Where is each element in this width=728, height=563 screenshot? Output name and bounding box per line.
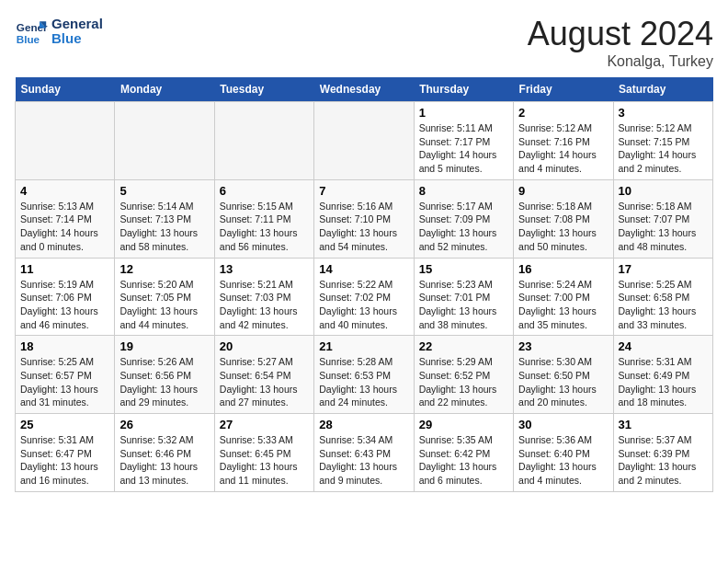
calendar-cell [314, 102, 414, 180]
header-wednesday: Wednesday [314, 77, 414, 102]
calendar-cell: 26Sunrise: 5:32 AMSunset: 6:46 PMDayligh… [115, 414, 214, 492]
calendar-week-2: 4Sunrise: 5:13 AMSunset: 7:14 PMDaylight… [16, 179, 713, 258]
calendar-cell: 18Sunrise: 5:25 AMSunset: 6:57 PMDayligh… [16, 336, 115, 414]
day-number: 1 [419, 106, 508, 120]
calendar-header-row: SundayMondayTuesdayWednesdayThursdayFrid… [16, 77, 713, 102]
day-number: 24 [619, 339, 708, 353]
day-number: 8 [419, 184, 508, 198]
day-info: Sunrise: 5:12 AMSunset: 7:15 PMDaylight:… [619, 121, 708, 176]
day-info: Sunrise: 5:16 AMSunset: 7:10 PMDaylight:… [319, 200, 408, 254]
logo-icon: General Blue [15, 15, 48, 48]
location: Konalga, Turkey [528, 53, 713, 70]
day-info: Sunrise: 5:24 AMSunset: 7:00 PMDaylight:… [518, 278, 608, 332]
day-number: 4 [20, 184, 109, 198]
calendar-week-3: 11Sunrise: 5:19 AMSunset: 7:06 PMDayligh… [16, 258, 713, 336]
day-info: Sunrise: 5:13 AMSunset: 7:14 PMDaylight:… [20, 200, 109, 254]
day-info: Sunrise: 5:21 AMSunset: 7:03 PMDaylight:… [220, 278, 309, 332]
day-number: 14 [319, 262, 408, 276]
day-info: Sunrise: 5:11 AMSunset: 7:17 PMDaylight:… [419, 121, 508, 176]
calendar-week-1: 1Sunrise: 5:11 AMSunset: 7:17 PMDaylight… [16, 102, 713, 180]
day-number: 23 [518, 339, 608, 353]
calendar-cell [115, 102, 214, 180]
calendar-cell: 21Sunrise: 5:28 AMSunset: 6:53 PMDayligh… [314, 336, 414, 414]
day-info: Sunrise: 5:18 AMSunset: 7:08 PMDaylight:… [518, 200, 608, 254]
header-saturday: Saturday [613, 77, 712, 102]
page-header: General Blue General Blue August 2024 Ko… [15, 15, 713, 70]
day-number: 28 [319, 418, 408, 431]
day-info: Sunrise: 5:18 AMSunset: 7:07 PMDaylight:… [619, 200, 708, 254]
calendar-cell: 1Sunrise: 5:11 AMSunset: 7:17 PMDaylight… [414, 102, 513, 180]
calendar-cell: 22Sunrise: 5:29 AMSunset: 6:52 PMDayligh… [414, 336, 513, 414]
day-info: Sunrise: 5:30 AMSunset: 6:50 PMDaylight:… [518, 355, 608, 409]
calendar-cell: 2Sunrise: 5:12 AMSunset: 7:16 PMDaylight… [514, 102, 613, 180]
logo-blue-text: Blue [51, 31, 103, 47]
calendar-cell: 28Sunrise: 5:34 AMSunset: 6:43 PMDayligh… [314, 414, 414, 492]
day-number: 10 [619, 184, 708, 198]
day-number: 2 [518, 106, 608, 120]
calendar-cell [214, 102, 313, 180]
day-number: 12 [119, 262, 209, 276]
day-number: 26 [119, 418, 209, 431]
calendar-cell: 7Sunrise: 5:16 AMSunset: 7:10 PMDaylight… [314, 179, 414, 258]
day-info: Sunrise: 5:27 AMSunset: 6:54 PMDaylight:… [220, 355, 309, 409]
calendar-cell: 11Sunrise: 5:19 AMSunset: 7:06 PMDayligh… [16, 258, 115, 336]
day-info: Sunrise: 5:23 AMSunset: 7:01 PMDaylight:… [419, 278, 508, 332]
day-number: 27 [220, 418, 309, 431]
day-info: Sunrise: 5:34 AMSunset: 6:43 PMDaylight:… [319, 433, 408, 488]
day-info: Sunrise: 5:20 AMSunset: 7:05 PMDaylight:… [119, 278, 209, 332]
day-number: 17 [619, 262, 708, 276]
day-number: 20 [220, 339, 309, 353]
day-info: Sunrise: 5:32 AMSunset: 6:46 PMDaylight:… [119, 433, 209, 488]
calendar-cell: 30Sunrise: 5:36 AMSunset: 6:40 PMDayligh… [514, 414, 613, 492]
day-number: 9 [518, 184, 608, 198]
calendar-cell: 29Sunrise: 5:35 AMSunset: 6:42 PMDayligh… [414, 414, 513, 492]
day-number: 31 [619, 418, 708, 431]
calendar-cell: 20Sunrise: 5:27 AMSunset: 6:54 PMDayligh… [214, 336, 313, 414]
header-monday: Monday [115, 77, 214, 102]
day-number: 5 [119, 184, 209, 198]
day-number: 21 [319, 339, 408, 353]
day-info: Sunrise: 5:25 AMSunset: 6:58 PMDaylight:… [619, 278, 708, 332]
header-thursday: Thursday [414, 77, 513, 102]
day-number: 15 [419, 262, 508, 276]
logo: General Blue General Blue [15, 15, 103, 48]
calendar-cell: 13Sunrise: 5:21 AMSunset: 7:03 PMDayligh… [214, 258, 313, 336]
day-info: Sunrise: 5:19 AMSunset: 7:06 PMDaylight:… [20, 278, 109, 332]
day-number: 25 [20, 418, 109, 431]
calendar-cell: 15Sunrise: 5:23 AMSunset: 7:01 PMDayligh… [414, 258, 513, 336]
calendar-cell: 3Sunrise: 5:12 AMSunset: 7:15 PMDaylight… [613, 102, 712, 180]
month-title: August 2024 [528, 15, 713, 53]
calendar-week-4: 18Sunrise: 5:25 AMSunset: 6:57 PMDayligh… [16, 336, 713, 414]
day-info: Sunrise: 5:36 AMSunset: 6:40 PMDaylight:… [518, 433, 608, 488]
day-info: Sunrise: 5:31 AMSunset: 6:47 PMDaylight:… [20, 433, 109, 488]
day-number: 29 [419, 418, 508, 431]
calendar-cell: 27Sunrise: 5:33 AMSunset: 6:45 PMDayligh… [214, 414, 313, 492]
day-info: Sunrise: 5:14 AMSunset: 7:13 PMDaylight:… [119, 200, 209, 254]
calendar-cell: 10Sunrise: 5:18 AMSunset: 7:07 PMDayligh… [613, 179, 712, 258]
calendar-table: SundayMondayTuesdayWednesdayThursdayFrid… [15, 77, 713, 492]
calendar-cell: 16Sunrise: 5:24 AMSunset: 7:00 PMDayligh… [514, 258, 613, 336]
day-info: Sunrise: 5:29 AMSunset: 6:52 PMDaylight:… [419, 355, 508, 409]
day-info: Sunrise: 5:26 AMSunset: 6:56 PMDaylight:… [119, 355, 209, 409]
calendar-cell: 31Sunrise: 5:37 AMSunset: 6:39 PMDayligh… [613, 414, 712, 492]
day-number: 22 [419, 339, 508, 353]
calendar-week-5: 25Sunrise: 5:31 AMSunset: 6:47 PMDayligh… [16, 414, 713, 492]
header-friday: Friday [514, 77, 613, 102]
calendar-cell: 8Sunrise: 5:17 AMSunset: 7:09 PMDaylight… [414, 179, 513, 258]
day-info: Sunrise: 5:17 AMSunset: 7:09 PMDaylight:… [419, 200, 508, 254]
day-info: Sunrise: 5:37 AMSunset: 6:39 PMDaylight:… [619, 433, 708, 488]
day-info: Sunrise: 5:12 AMSunset: 7:16 PMDaylight:… [518, 121, 608, 176]
calendar-cell: 23Sunrise: 5:30 AMSunset: 6:50 PMDayligh… [514, 336, 613, 414]
day-number: 6 [220, 184, 309, 198]
calendar-cell: 17Sunrise: 5:25 AMSunset: 6:58 PMDayligh… [613, 258, 712, 336]
calendar-cell: 19Sunrise: 5:26 AMSunset: 6:56 PMDayligh… [115, 336, 214, 414]
day-number: 18 [20, 339, 109, 353]
header-tuesday: Tuesday [214, 77, 313, 102]
day-info: Sunrise: 5:22 AMSunset: 7:02 PMDaylight:… [319, 278, 408, 332]
day-info: Sunrise: 5:35 AMSunset: 6:42 PMDaylight:… [419, 433, 508, 488]
calendar-cell: 24Sunrise: 5:31 AMSunset: 6:49 PMDayligh… [613, 336, 712, 414]
day-number: 11 [20, 262, 109, 276]
calendar-cell [16, 102, 115, 180]
calendar-cell: 9Sunrise: 5:18 AMSunset: 7:08 PMDaylight… [514, 179, 613, 258]
day-info: Sunrise: 5:25 AMSunset: 6:57 PMDaylight:… [20, 355, 109, 409]
